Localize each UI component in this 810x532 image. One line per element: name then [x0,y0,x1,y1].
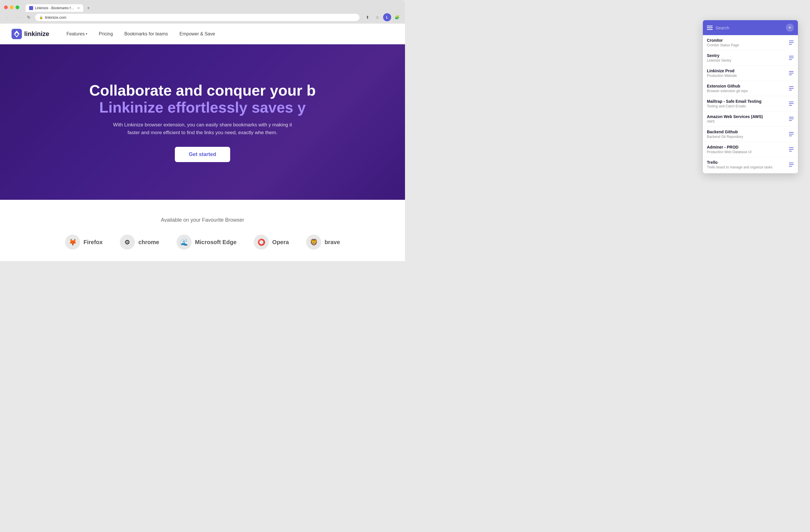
browsers-title: Available on your Favourite Browser [12,217,393,223]
maximize-traffic-light[interactable] [16,5,19,9]
minimize-traffic-light[interactable] [10,5,14,9]
hero-content: Collaborate and conquer your b Linkinize… [0,44,405,200]
extension-icon[interactable]: L [383,13,391,21]
nav-pricing[interactable]: Pricing [99,31,113,36]
url-text: linkinize.com [45,15,66,20]
svg-rect-0 [12,29,22,39]
firefox-name: Firefox [83,239,103,246]
features-chevron-icon: ▾ [86,32,87,35]
svg-text:⚙: ⚙ [125,239,130,246]
logo-icon [12,29,22,39]
get-started-button[interactable]: Get started [175,147,230,162]
firefox-browser: 🦊 Firefox [65,235,103,250]
new-tab-button[interactable]: + [84,4,93,12]
tab-favicon [29,6,33,10]
website-content: linkinize Features ▾ Pricing Bookmarks f… [0,23,405,261]
logo[interactable]: linkinize [12,29,49,39]
svg-text:🦁: 🦁 [310,238,318,246]
forward-button[interactable]: → [14,13,22,21]
tab-title: Linkinize - Bookmarks for Tean [35,6,76,10]
chrome-name: chrome [138,239,159,246]
edge-browser: 🌊 Microsoft Edge [177,235,237,250]
share-button[interactable]: ⬆ [363,13,372,21]
svg-text:🌊: 🌊 [180,238,188,246]
logo-text: linkinize [24,30,49,38]
reload-button[interactable]: ↻ [25,13,33,21]
browser-chrome: Linkinize - Bookmarks for Tean ✕ + ← → ↻… [0,0,405,23]
nav-empower[interactable]: Empower & Save [179,31,215,36]
hero-subtitle: With Linkinize browser extension, you ca… [109,121,296,136]
hero-section: Collaborate and conquer your b Linkinize… [0,44,405,200]
edge-name: Microsoft Edge [195,239,237,246]
chrome-logo: ⚙ [120,235,135,250]
lock-icon: 🔒 [39,16,43,19]
opera-name: Opera [272,239,289,246]
browsers-section: Available on your Favourite Browser 🦊 Fi… [0,200,405,261]
back-button[interactable]: ← [4,13,12,21]
extensions-button[interactable]: 🧩 [393,13,401,21]
nav-bookmarks[interactable]: Bookmarks for teams [125,31,168,36]
hero-title-accent: Linkinize effortlessly saves y [99,99,306,116]
tab-close-button[interactable]: ✕ [77,6,80,10]
close-traffic-light[interactable] [4,5,8,9]
brave-logo: 🦁 [306,235,321,250]
browser-actions: ⬆ ☆ L 🧩 [363,13,401,21]
bookmark-button[interactable]: ☆ [373,13,382,21]
browser-tab-bar: Linkinize - Bookmarks for Tean ✕ + [21,2,97,12]
navbar: linkinize Features ▾ Pricing Bookmarks f… [0,23,405,44]
browser-titlebar: Linkinize - Bookmarks for Tean ✕ + [0,0,405,12]
edge-logo: 🌊 [177,235,192,250]
chrome-browser: ⚙ chrome [120,235,159,250]
svg-text:⭕: ⭕ [258,238,265,246]
traffic-lights [4,5,19,9]
nav-links: Features ▾ Pricing Bookmarks for teams E… [67,31,393,36]
browser-tab[interactable]: Linkinize - Bookmarks for Tean ✕ [26,4,83,12]
browser-addressbar: ← → ↻ 🔒 linkinize.com ⬆ ☆ L 🧩 [0,12,405,23]
nav-features[interactable]: Features ▾ [67,31,87,36]
address-bar[interactable]: 🔒 linkinize.com [35,14,359,21]
opera-browser: ⭕ Opera [254,235,289,250]
hero-title-line1: Collaborate and conquer your b [89,82,316,99]
brave-browser: 🦁 brave [306,235,340,250]
brave-name: brave [325,239,340,246]
firefox-logo: 🦊 [65,235,80,250]
hero-title: Collaborate and conquer your b Linkinize… [89,82,316,117]
svg-text:🦊: 🦊 [68,238,77,246]
browser-icons-list: 🦊 Firefox ⚙ chrome 🌊 Microsoft Edge ⭕ [12,235,393,250]
opera-logo: ⭕ [254,235,269,250]
